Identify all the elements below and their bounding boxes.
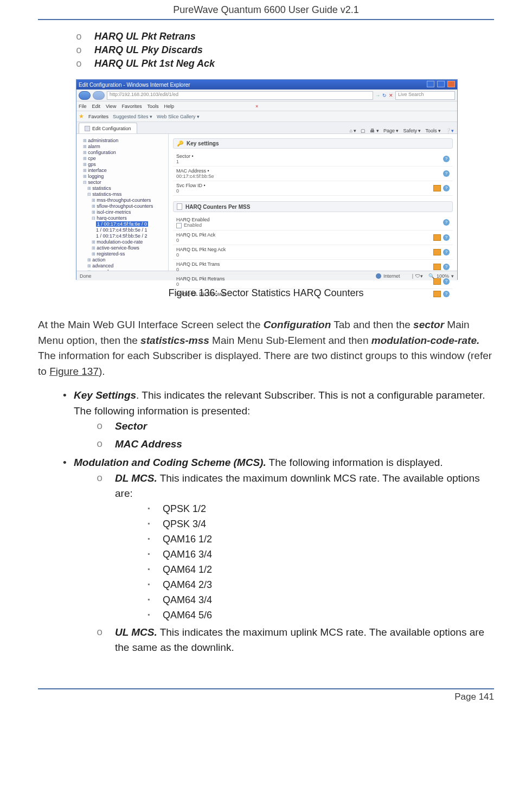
menu-favorites[interactable]: Favorites: [121, 104, 142, 109]
feeds-icon[interactable]: ▢: [361, 128, 366, 133]
help-icon[interactable]: ?: [443, 264, 450, 270]
forward-button[interactable]: [93, 91, 105, 100]
tree-node[interactable]: interface: [83, 168, 166, 173]
menu-file[interactable]: File: [79, 104, 87, 109]
tree-node[interactable]: sflow-throughput-counters: [92, 203, 166, 209]
tree-node[interactable]: configuration: [83, 150, 166, 155]
help-icon[interactable]: ?: [443, 219, 450, 226]
tree-leaf-label: 1 / 00:17:c4:5f:fa:6e / 0: [96, 221, 148, 227]
chart-icon[interactable]: [433, 249, 441, 255]
back-button[interactable]: [79, 91, 91, 100]
sub-item-ulmcs: UL MCS. This indicates the maximum uplin…: [97, 625, 494, 656]
help-icon[interactable]: ?: [443, 249, 450, 255]
chart-icon[interactable]: [433, 234, 441, 241]
zoom-value[interactable]: 100%: [437, 273, 449, 279]
tree-node-harq[interactable]: harq-counters: [92, 215, 166, 221]
sub-item: Sector: [97, 419, 494, 434]
tree-node[interactable]: logging: [83, 174, 166, 179]
field-value: 0: [176, 238, 339, 243]
tree-node[interactable]: alarm: [83, 144, 166, 149]
sub-item-text: This indicates the maximum downlink MCS …: [115, 472, 480, 500]
stop-icon[interactable]: ✕: [389, 93, 393, 98]
help-icon[interactable]: ?: [443, 234, 450, 241]
tree-node[interactable]: general: [87, 269, 166, 271]
paragraph-mcs-intro: At the Main Web GUI Interface Screen sel…: [38, 317, 494, 379]
search-input[interactable]: Live Search: [395, 91, 455, 100]
mcs-option: QAM64 2/3: [148, 578, 494, 592]
favorites-label[interactable]: Favorites: [88, 114, 108, 119]
suggested-sites-link[interactable]: Suggested Sites ▾: [113, 114, 152, 119]
status-right: Internet | 🛡▾ 🔍 100% ▾: [376, 273, 454, 279]
list-item: HARQ UL Pkt Retrans: [76, 31, 494, 42]
list-item-label: HARQ UL Pky Discards: [94, 44, 203, 55]
tree-node[interactable]: isol-cinr-metrics: [92, 209, 166, 215]
minimize-icon[interactable]: [427, 81, 434, 87]
mcs-option: QAM64 3/4: [148, 593, 494, 607]
ie-tab[interactable]: Edit Configuration: [79, 123, 137, 133]
checkbox-icon[interactable]: [176, 223, 182, 228]
em-sector: sector: [413, 319, 444, 330]
menu-edit[interactable]: Edit: [92, 104, 101, 109]
tree-node-sector[interactable]: sector: [83, 180, 166, 185]
chart-icon[interactable]: [433, 185, 441, 191]
tree-node[interactable]: cpe: [83, 156, 166, 161]
zone-label: Internet: [383, 273, 400, 279]
tree-node[interactable]: mss-throughput-counters: [92, 197, 166, 203]
zoom-chevron-icon[interactable]: ▾: [451, 273, 454, 279]
tree-node[interactable]: gps: [83, 162, 166, 167]
refresh-icon[interactable]: ↻: [382, 93, 387, 98]
mcs-option: QPSK 3/4: [148, 517, 494, 532]
mcs-option: QAM64 5/6: [148, 608, 494, 623]
maximize-icon[interactable]: [437, 81, 445, 87]
close-icon[interactable]: [447, 81, 455, 87]
menu-help[interactable]: Help: [164, 104, 174, 109]
tree-leaf-selected[interactable]: 1 / 00:17:c4:5f:fa:6e / 0: [96, 221, 166, 227]
web-slice-link[interactable]: Web Slice Gallery ▾: [157, 114, 200, 119]
tree-node[interactable]: action: [87, 257, 166, 263]
help-icon[interactable]: ❔▾: [445, 128, 454, 133]
print-icon[interactable]: 🖶 ▾: [370, 128, 379, 133]
field-sector: Sector •1 ?: [173, 152, 453, 167]
tab-close-icon[interactable]: ×: [255, 104, 258, 109]
tree-node[interactable]: advanced: [87, 263, 166, 268]
zoom-icon[interactable]: 🔍: [428, 273, 434, 279]
tree-leaf[interactable]: 1 / 00:17:c4:5f:bb:5e / 1: [96, 227, 166, 233]
tool-page[interactable]: Page ▾: [383, 128, 399, 133]
help-icon[interactable]: ?: [443, 185, 450, 191]
help-icon[interactable]: ?: [443, 170, 450, 177]
help-icon[interactable]: ?: [443, 156, 450, 162]
field-label: HARQ DL Pkt Retrans: [176, 276, 339, 282]
chart-icon[interactable]: [433, 291, 441, 297]
url-input[interactable]: http://192.168.200.103/edit/1/ed: [107, 91, 373, 100]
bullet-text: The following information is displayed.: [266, 457, 443, 468]
tree-node[interactable]: modulation-code-rate: [92, 239, 166, 245]
tree-node-statistics-mss[interactable]: statistics-mss: [87, 191, 166, 197]
ie-command-bar: ⌂ ▾ ▢ 🖶 ▾ Page ▾ Safety ▾ Tools ▾ ❔▾: [349, 128, 457, 133]
go-icon[interactable]: →: [375, 93, 380, 98]
ie-body: administration alarm configuration cpe g…: [76, 134, 457, 271]
tree-leaf[interactable]: 1 / 00:17:c4:5f:bb:5e / 2: [96, 233, 166, 239]
chart-icon[interactable]: [433, 278, 441, 285]
field-value: Enabled: [176, 222, 339, 228]
sub-item-text: This indicates the maximum uplink MCS ra…: [115, 626, 484, 654]
tree-node[interactable]: statistics: [87, 185, 166, 191]
ie-window: Edit Configuration - Windows Internet Ex…: [76, 79, 458, 280]
tree-node[interactable]: administration: [83, 138, 166, 143]
tree-node[interactable]: registered-ss: [92, 251, 166, 257]
config-tree[interactable]: administration alarm configuration cpe g…: [76, 134, 169, 271]
mcs-option: QAM16 3/4: [148, 547, 494, 562]
tool-safety[interactable]: Safety ▾: [403, 128, 421, 133]
field-label: MAC Address •: [176, 168, 339, 174]
chart-icon[interactable]: [433, 264, 441, 270]
home-icon[interactable]: ⌂ ▾: [349, 128, 356, 133]
help-icon[interactable]: ?: [443, 291, 450, 297]
menu-view[interactable]: View: [106, 104, 116, 109]
help-icon[interactable]: ?: [443, 278, 450, 285]
field-mac: MAC Address •00:17:c4:5f:bb:5e ?: [173, 167, 453, 181]
tab-label: Edit Configuration: [92, 126, 131, 131]
tool-tools[interactable]: Tools ▾: [425, 128, 441, 133]
menu-tools[interactable]: Tools: [147, 104, 158, 109]
figure-ref-link[interactable]: Figure 137: [49, 366, 99, 377]
tree-node[interactable]: active-service-flows: [92, 245, 166, 251]
field-value: 1: [176, 159, 339, 164]
